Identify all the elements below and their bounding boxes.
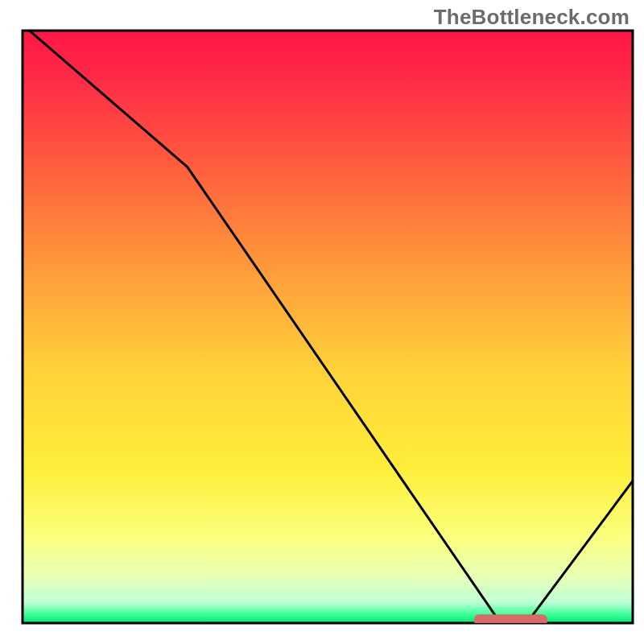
bottleneck-chart	[0, 0, 644, 644]
chart-frame: TheBottleneck.com	[0, 0, 644, 644]
plot-area	[23, 31, 633, 623]
svg-rect-1	[23, 31, 633, 623]
